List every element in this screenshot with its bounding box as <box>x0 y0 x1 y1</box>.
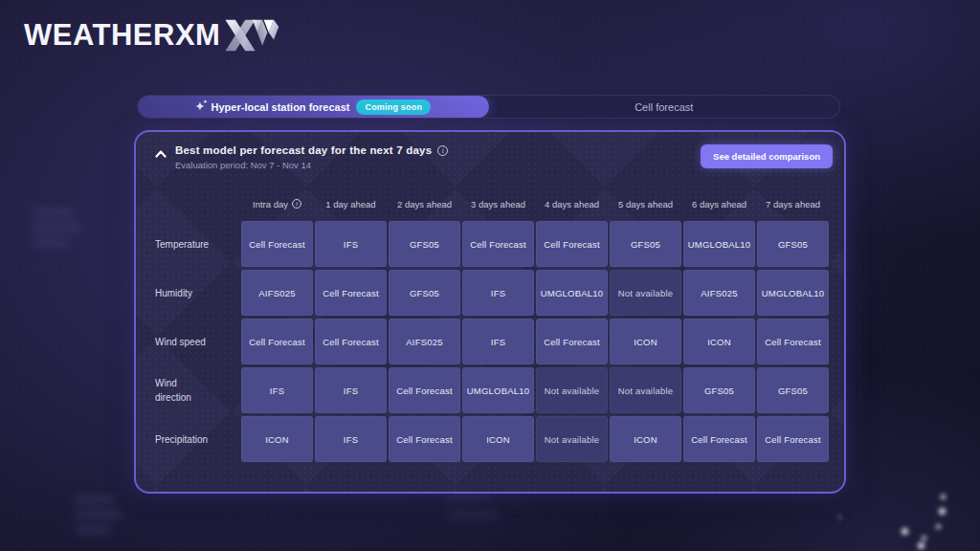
model-cell: Cell Forecast <box>389 367 460 413</box>
model-cell: ICON <box>241 416 313 462</box>
weatherxm-page: WEATHERXM ✦ Hyper-local station forecast… <box>0 0 980 551</box>
model-cell: GFS05 <box>389 221 460 267</box>
sparkle-icon: ✦ <box>195 101 204 112</box>
forecast-mode-tabs: ✦ Hyper-local station forecast Coming so… <box>137 95 840 119</box>
model-cell: GFS05 <box>610 221 681 267</box>
model-cell: Cell Forecast <box>757 416 829 462</box>
see-detailed-comparison-button[interactable]: See detailed comparison <box>701 144 833 168</box>
weatherxm-x-icon <box>224 15 279 55</box>
model-cell: Cell Forecast <box>389 416 460 462</box>
best-model-table: Intra day i 1 day ahead 2 days ahead 3 d… <box>151 189 829 462</box>
model-cell: IFS <box>462 319 534 364</box>
info-icon[interactable]: i <box>437 145 448 156</box>
model-cell: ICON <box>610 416 681 462</box>
model-cell: Not available <box>610 270 681 316</box>
model-cell: Cell Forecast <box>683 416 755 462</box>
logo-text: WEATHERXM <box>24 18 220 53</box>
tab-cell-forecast[interactable]: Cell forecast <box>489 96 840 118</box>
model-cell: Cell Forecast <box>241 221 313 267</box>
model-cell: GFS05 <box>757 221 829 267</box>
panel-header: Best model per forecast day for the next… <box>153 144 833 170</box>
model-cell: IFS <box>315 416 387 462</box>
model-cell: Cell Forecast <box>757 319 829 364</box>
tab-station-label: Hyper-local station forecast <box>212 101 350 113</box>
tab-hyper-local-station-forecast[interactable]: ✦ Hyper-local station forecast Coming so… <box>138 96 489 118</box>
model-cell: IFS <box>241 367 313 413</box>
model-cell: AIFS025 <box>241 270 313 316</box>
model-cell: Not available <box>536 367 608 413</box>
model-cell: UMGLOBAL10 <box>757 270 829 316</box>
ocean-label-blur <box>32 209 81 254</box>
model-cell: GFS05 <box>389 270 460 316</box>
tab-cell-label: Cell forecast <box>635 101 693 113</box>
model-cell: ICON <box>683 319 755 364</box>
row-label-temperature: Temperature <box>151 221 239 267</box>
model-cell: Cell Forecast <box>315 270 387 316</box>
ocean-label-blur <box>75 496 122 541</box>
model-cell: Cell Forecast <box>315 319 387 364</box>
collapse-panel-button[interactable] <box>153 146 168 162</box>
column-header-1-day: 1 day ahead <box>315 189 387 218</box>
row-label-wind-speed: Wind speed <box>151 319 239 364</box>
table-corner <box>151 189 239 218</box>
column-header-6-days: 6 days ahead <box>683 189 755 218</box>
model-cell: GFS05 <box>683 367 755 413</box>
model-cell: GFS05 <box>757 367 829 413</box>
column-header-5-days: 5 days ahead <box>610 189 681 218</box>
model-cell: UMGLOBAL10 <box>683 221 755 267</box>
column-header-label: Intra day <box>253 199 288 209</box>
model-cell: Cell Forecast <box>462 221 534 267</box>
weatherxm-logo: WEATHERXM <box>24 15 279 55</box>
chevron-up-icon <box>155 150 167 158</box>
model-cell: Not available <box>610 367 681 413</box>
coming-soon-badge: Coming soon <box>356 99 431 115</box>
model-cell: Cell Forecast <box>536 221 608 267</box>
model-cell: Cell Forecast <box>536 319 608 364</box>
ocean-label-blur <box>446 494 500 530</box>
row-label-wind-direction: Wind direction <box>151 367 239 413</box>
info-icon[interactable]: i <box>292 199 301 209</box>
model-cell: ICON <box>462 416 534 462</box>
row-label-precipitation: Precipitation <box>151 416 239 462</box>
column-header-3-days: 3 days ahead <box>462 189 534 218</box>
model-cell: Not available <box>536 416 608 462</box>
column-header-intra-day: Intra day i <box>241 189 313 218</box>
model-cell: IFS <box>315 367 387 413</box>
model-cell: UMGLOBAL10 <box>462 367 534 413</box>
model-cell: ICON <box>610 319 681 364</box>
best-model-panel: Best model per forecast day for the next… <box>134 130 846 494</box>
column-header-7-days: 7 days ahead <box>757 189 829 218</box>
model-cell: AIFS025 <box>389 319 460 364</box>
column-header-4-days: 4 days ahead <box>536 189 608 218</box>
row-label-humidity: Humidity <box>151 270 239 316</box>
column-header-2-days: 2 days ahead <box>389 189 460 218</box>
panel-title: Best model per forecast day for the next… <box>175 144 432 156</box>
model-cell: Cell Forecast <box>241 319 313 364</box>
model-cell: IFS <box>315 221 387 267</box>
model-cell: AIFS025 <box>683 270 755 316</box>
station-lights <box>941 495 946 499</box>
evaluation-period: Evaluation period: Nov 7 - Nov 14 <box>175 160 448 170</box>
model-cell: UMGLOBAL10 <box>536 270 608 316</box>
model-cell: IFS <box>462 270 534 316</box>
